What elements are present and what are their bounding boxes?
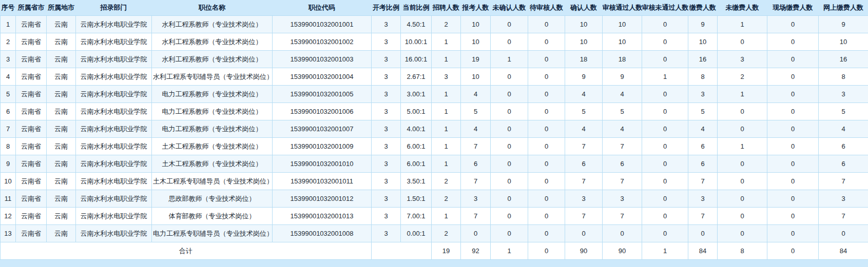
cell-position-code: 15399001032001010 <box>273 155 372 173</box>
cell-xuhao: 6 <box>1 103 16 120</box>
cell-paid-count: 6 <box>688 138 718 155</box>
column-header-unpaid-count: 未缴费人数 <box>718 0 767 16</box>
cell-paid-count: 3 <box>688 86 718 103</box>
cell-unconfirmed-count: 0 <box>491 190 528 208</box>
cell-city: 云南 <box>47 138 76 155</box>
cell-position-name: 体育部教师（专业技术岗位） <box>152 208 273 225</box>
table-row[interactable]: 13云南省云南云南水利水电职业学院电力工程系专职辅导员（专业技术岗位）15399… <box>1 225 868 242</box>
total-label: 合计 <box>1 242 372 260</box>
table-body: 1云南省云南云南水利水电职业学院水利工程系教师（专业技术岗位）153990010… <box>1 16 868 242</box>
cell-online-paid-count: 4 <box>819 120 868 138</box>
table-row[interactable]: 12云南省云南云南水利水电职业学院体育部教师（专业技术岗位）1539900103… <box>1 208 868 225</box>
table-row[interactable]: 9云南省云南云南水利水电职业学院土木工程系教师（专业技术岗位）153990010… <box>1 155 868 173</box>
cell-city: 云南 <box>47 190 76 208</box>
cell-province: 云南省 <box>16 120 47 138</box>
cell-online-paid-count: 0 <box>819 225 868 242</box>
cell-paid-count: 7 <box>688 173 718 190</box>
cell-xuhao: 12 <box>1 208 16 225</box>
table-row[interactable]: 3云南省云南云南水利水电职业学院水利工程系教师（专业技术岗位）153990010… <box>1 51 868 68</box>
table-row[interactable]: 11云南省云南云南水利水电职业学院思政部教师（专业技术岗位）1539900103… <box>1 190 868 208</box>
cell-xuhao: 11 <box>1 190 16 208</box>
cell-province: 云南省 <box>16 16 47 33</box>
cell-paid-count: 16 <box>688 51 718 68</box>
total-empty-cell <box>372 242 432 260</box>
table-row[interactable]: 7云南省云南云南水利水电职业学院电力工程系教师（专业技术岗位）153990010… <box>1 120 868 138</box>
cell-city: 云南 <box>47 68 76 86</box>
cell-open-ratio: 3 <box>372 208 401 225</box>
cell-onsite-paid-count: 0 <box>767 16 819 33</box>
cell-position-code: 15399001032001009 <box>273 138 372 155</box>
cell-province: 云南省 <box>16 68 47 86</box>
cell-position-name: 水利工程系教师（专业技术岗位） <box>152 33 273 51</box>
table-row[interactable]: 10云南省云南云南水利水电职业学院土木工程系专职辅导员（专业技术岗位）15399… <box>1 173 868 190</box>
cell-unconfirmed-count: 0 <box>491 68 528 86</box>
cell-department: 云南水利水电职业学院 <box>76 225 152 242</box>
cell-position-code: 15399001032001006 <box>273 103 372 120</box>
cell-online-paid-count: 6 <box>819 138 868 155</box>
column-header-online-paid-count: 网上缴费人数 <box>819 0 868 16</box>
cell-xuhao: 8 <box>1 138 16 155</box>
cell-position-name: 思政部教师（专业技术岗位） <box>152 190 273 208</box>
cell-position-code: 15399001032001003 <box>273 51 372 68</box>
table-row[interactable]: 4云南省云南云南水利水电职业学院水利工程系专职辅导员（专业技术岗位）153990… <box>1 68 868 86</box>
cell-department: 云南水利水电职业学院 <box>76 16 152 33</box>
cell-xuhao: 7 <box>1 120 16 138</box>
cell-paid-count: 0 <box>688 225 718 242</box>
cell-recruit-count: 2 <box>432 225 461 242</box>
cell-current-ratio: 5.00:1 <box>401 103 432 120</box>
cell-position-code: 15399001032001007 <box>273 120 372 138</box>
cell-onsite-paid-count: 0 <box>767 33 819 51</box>
column-header-open-ratio: 开考比例 <box>372 0 401 16</box>
cell-review-passed-count: 10 <box>603 33 642 51</box>
column-header-review-failed-count: 审核未通过人数 <box>642 0 688 16</box>
cell-current-ratio: 3.00:1 <box>401 86 432 103</box>
cell-review-passed-count: 3 <box>603 190 642 208</box>
cell-position-code: 15399001032001008 <box>273 225 372 242</box>
cell-pending-review-count: 0 <box>528 86 565 103</box>
cell-review-passed-count: 10 <box>603 16 642 33</box>
cell-position-code: 15399001032001013 <box>273 208 372 225</box>
cell-open-ratio: 3 <box>372 138 401 155</box>
cell-unconfirmed-count: 0 <box>491 103 528 120</box>
cell-province: 云南省 <box>16 33 47 51</box>
table-row[interactable]: 8云南省云南云南水利水电职业学院土木工程系教师（专业技术岗位）153990010… <box>1 138 868 155</box>
cell-department: 云南水利水电职业学院 <box>76 120 152 138</box>
table-row[interactable]: 1云南省云南云南水利水电职业学院水利工程系教师（专业技术岗位）153990010… <box>1 16 868 33</box>
cell-current-ratio: 10.00:1 <box>401 33 432 51</box>
cell-review-failed-count: 0 <box>642 155 688 173</box>
cell-apply-count: 7 <box>461 173 491 190</box>
cell-online-paid-count: 5 <box>819 103 868 120</box>
cell-review-passed-count: 4 <box>603 120 642 138</box>
cell-position-code: 15399001032001005 <box>273 86 372 103</box>
cell-open-ratio: 3 <box>372 33 401 51</box>
cell-review-passed-count: 0 <box>603 225 642 242</box>
total-cell-review-failed-count: 1 <box>642 242 688 260</box>
cell-position-name: 土木工程系专职辅导员（专业技术岗位） <box>152 173 273 190</box>
cell-position-code: 15399001032001002 <box>273 33 372 51</box>
cell-unpaid-count: 0 <box>718 120 767 138</box>
column-header-confirmed-count: 确认人数 <box>565 0 603 16</box>
cell-xuhao: 2 <box>1 33 16 51</box>
cell-confirmed-count: 7 <box>565 138 603 155</box>
cell-onsite-paid-count: 0 <box>767 86 819 103</box>
cell-online-paid-count: 10 <box>819 33 868 51</box>
cell-current-ratio: 1.50:1 <box>401 190 432 208</box>
table-row[interactable]: 6云南省云南云南水利水电职业学院电力工程系教师（专业技术岗位）153990010… <box>1 103 868 120</box>
cell-province: 云南省 <box>16 225 47 242</box>
cell-online-paid-count: 7 <box>819 208 868 225</box>
cell-position-name: 电力工程系专职辅导员（专业技术岗位） <box>152 225 273 242</box>
cell-recruit-count: 1 <box>432 33 461 51</box>
cell-review-failed-count: 0 <box>642 86 688 103</box>
cell-unpaid-count: 1 <box>718 138 767 155</box>
cell-position-code: 15399001032001011 <box>273 173 372 190</box>
cell-city: 云南 <box>47 208 76 225</box>
cell-paid-count: 8 <box>688 68 718 86</box>
cell-province: 云南省 <box>16 103 47 120</box>
cell-province: 云南省 <box>16 190 47 208</box>
cell-review-failed-count: 0 <box>642 16 688 33</box>
cell-unpaid-count: 1 <box>718 16 767 33</box>
table-row[interactable]: 2云南省云南云南水利水电职业学院水利工程系教师（专业技术岗位）153990010… <box>1 33 868 51</box>
cell-unpaid-count: 0 <box>718 173 767 190</box>
cell-xuhao: 10 <box>1 173 16 190</box>
table-row[interactable]: 5云南省云南云南水利水电职业学院电力工程系教师（专业技术岗位）153990010… <box>1 86 868 103</box>
